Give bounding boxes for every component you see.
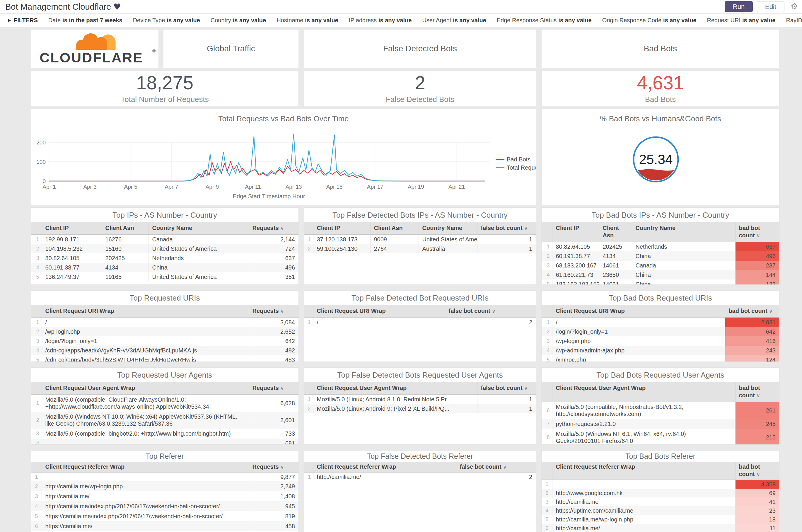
table-cell: 351: [249, 272, 299, 282]
gauge-chart-tile: % Bad Bots vs Humans&Good Bots25.34: [541, 109, 780, 205]
table-cell: 724: [249, 244, 299, 253]
table-cell: http://camilia.me/: [552, 524, 735, 532]
table-title: Top Requested User Agents: [31, 368, 299, 382]
filter-condition: is in the past 7 weeks: [62, 17, 122, 23]
filter-item[interactable]: Origin Response Codeis any value: [602, 17, 696, 24]
filter-condition: is any value: [558, 17, 591, 23]
filter-item[interactable]: Edge Response Statusis any value: [497, 17, 592, 24]
filter-item[interactable]: Dateis in the past 7 weeks: [48, 17, 122, 24]
column-header[interactable]: bad bot count ∨: [735, 222, 779, 242]
table-cell: Netherlands: [149, 253, 249, 263]
column-header: [304, 382, 313, 395]
tile-top-false-bot-user-agents: Top False Detected Bots Requested User A…: [304, 367, 536, 445]
header-row: Client Request User Agent Wrapfalse bot …: [304, 382, 536, 395]
x-tick-label: Apr 7: [165, 184, 178, 190]
data-table: Client Request Referer Wrapbad bot count…: [541, 462, 779, 532]
sort-desc-icon: ∨: [757, 393, 760, 398]
filter-item[interactable]: Device Typeis any value: [133, 17, 200, 24]
column-header: Client Request Referer Wrap: [552, 462, 735, 480]
table-title: Top Bad Bots IPs - AS Number - Country: [541, 208, 779, 222]
row-number: 4: [541, 506, 552, 515]
table-row: 4/wp-admin/admin-ajax.php243: [541, 346, 779, 355]
row-number: 2: [31, 327, 42, 336]
table-cell: python-requests/2.21.0: [552, 419, 735, 429]
table-row: 461.160.221.7323650China144: [541, 270, 779, 280]
column-header[interactable]: false bot count ∨: [445, 305, 536, 318]
filter-item[interactable]: User Agentis any value: [422, 17, 486, 24]
tile-top-bad-bot-uris: Top Bad Bots Requested URIsClient Reques…: [541, 290, 780, 362]
header-row: Client Request User Agent Wrapbad bot co…: [541, 382, 779, 402]
x-tick-label: Apr 19: [408, 184, 424, 190]
filter-item[interactable]: IP addressis any value: [349, 17, 412, 24]
row-number: 5: [31, 511, 42, 521]
table-cell: China: [632, 251, 735, 261]
table-row: 1/2,031: [541, 318, 779, 327]
gear-icon[interactable]: ⚙: [790, 1, 798, 11]
column-header[interactable]: false bot count ∨: [477, 222, 536, 235]
table-row: 19,877: [31, 473, 299, 481]
chart-title: Total Requests vs Bad Bots Over Time: [218, 114, 348, 123]
sort-desc-icon: ∨: [280, 464, 284, 470]
table-row: 1http://camilia.me/2: [304, 473, 536, 481]
row-number: 1: [31, 473, 42, 481]
column-header[interactable]: Requests ∨: [249, 462, 299, 473]
table-cell: 60.191.38.77: [552, 251, 599, 261]
column-header[interactable]: bad bot count ∨: [725, 305, 779, 318]
table-row: 260.191.38.774134China496: [541, 251, 779, 261]
row-number: 1: [541, 480, 552, 489]
table-cell: 136.24.49.37: [42, 272, 102, 282]
column-header[interactable]: bad bot count ∨: [735, 462, 779, 480]
edit-button[interactable]: Edit: [757, 1, 784, 12]
column-header[interactable]: bad bot count ∨: [735, 382, 779, 402]
table-title: Top Bad Bots Requested User Agents: [541, 368, 779, 382]
table-row: 3http://camilia.me41: [541, 497, 779, 506]
filter-condition: is any value: [305, 17, 338, 23]
row-number: 2: [541, 327, 552, 336]
run-button[interactable]: Run: [725, 1, 753, 12]
filter-item[interactable]: Request URIis any value: [707, 17, 776, 24]
bad-bots-label: Bad Bots: [645, 95, 676, 104]
x-tick-label: Apr 5: [124, 184, 137, 190]
column-header[interactable]: false bot count ∨: [477, 382, 536, 395]
table-cell: 68.183.200.167: [552, 261, 599, 270]
column-header: [31, 382, 42, 395]
filters-toggle[interactable]: FILTERS: [8, 17, 38, 24]
table-row: 5https://camilia.me/index.php/2017/06/17…: [31, 511, 299, 521]
filter-item[interactable]: Countryis any value: [211, 17, 266, 24]
table-title: Top Bad Bots Referer: [541, 451, 779, 462]
table-row: 8Mozilla/5.0 (Windows NT 6.1; Win64; x64…: [541, 429, 779, 445]
column-header[interactable]: Requests ∨: [249, 382, 299, 395]
table-row: 180.82.64.105202425Netherlands637: [541, 242, 779, 252]
header-row: Client IPClient AsnCountry Namebad bot c…: [541, 222, 779, 242]
table-title: Top Referer: [31, 451, 299, 462]
table-row: 6https://camilia.me/458: [31, 521, 299, 531]
column-header: Client Request URI Wrap: [313, 305, 445, 318]
filter-item[interactable]: Hostnameis any value: [276, 17, 338, 24]
tile-top-false-bot-ips: Top False Detected Bots IPs - AS Number …: [304, 207, 536, 285]
row-number: 2: [541, 251, 552, 261]
gauge-value: 25.34: [639, 152, 672, 167]
table-row: 1/2: [304, 318, 536, 327]
table-title: Top False Detected Bots IPs - AS Number …: [304, 208, 536, 222]
page-title: Bot Management Cloudflare♥: [5, 2, 121, 12]
filter-field: RayID: [786, 17, 802, 23]
column-header[interactable]: Requests ∨: [249, 222, 299, 235]
table-row: 137.120.138.1739009United States of Amer…: [304, 235, 536, 244]
table-row: 5http://camilia.me/wp-login.php18: [541, 515, 779, 524]
data-table: Client Request Referer WrapRequests ∨19,…: [31, 462, 299, 532]
column-header: [304, 305, 313, 318]
table-row: 14,359: [541, 480, 779, 489]
column-header[interactable]: false bot count ∨: [456, 462, 536, 473]
column-header[interactable]: Requests ∨: [249, 305, 299, 318]
table-cell: 237: [735, 261, 779, 270]
table-row: 1Mozilla/5.0 (compatible; CloudFlare-Alw…: [31, 395, 299, 412]
sort-desc-icon: ∨: [280, 226, 284, 231]
filter-item[interactable]: RayIDis any value: [786, 17, 802, 24]
table-cell: 4134: [102, 263, 149, 272]
filter-field: Date: [48, 17, 61, 23]
x-tick-label: Apr 1: [42, 184, 56, 190]
table-cell: 496: [249, 263, 299, 272]
total-requests-label: Total Number of Requests: [121, 95, 209, 104]
table-cell: Mozilla/5.0 (compatible; CloudFlare-Alwa…: [42, 395, 249, 412]
row-number: 3: [31, 491, 42, 501]
